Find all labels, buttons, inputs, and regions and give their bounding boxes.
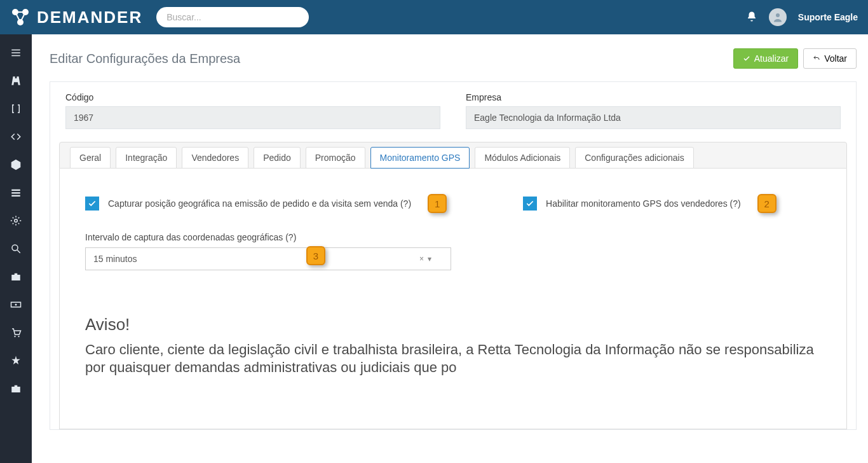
- sidebar-item-road[interactable]: [0, 67, 32, 94]
- sidebar-item-brackets[interactable]: [0, 95, 32, 122]
- bell-icon[interactable]: [746, 11, 757, 24]
- tab-monitoramento-gps[interactable]: Monitoramento GPS: [370, 147, 470, 169]
- avatar[interactable]: [769, 8, 787, 26]
- check-capture-position-label: Capturar posição geográfica na emissão d…: [108, 198, 411, 209]
- search-wrap: [156, 7, 309, 27]
- svg-point-8: [12, 245, 18, 251]
- sidebar-item-settings[interactable]: [0, 207, 32, 234]
- sidebar-item-package[interactable]: [0, 151, 32, 178]
- back-button-label: Voltar: [824, 53, 847, 64]
- sidebar-item-briefcase[interactable]: [0, 263, 32, 290]
- svg-rect-9: [11, 275, 20, 280]
- tab-content: Capturar posição geográfica na emissão d…: [59, 169, 847, 429]
- sidebar-item-search[interactable]: [0, 235, 32, 262]
- checkbox-enable-gps[interactable]: [523, 197, 537, 211]
- brand-text: DEMANDER: [37, 8, 142, 27]
- interval-group: Intervalo de captura das coordenadas geo…: [85, 232, 451, 270]
- sidebar-item-cart[interactable]: [0, 319, 32, 346]
- tab-geral[interactable]: Geral: [70, 147, 111, 169]
- interval-value: 15 minutos: [93, 254, 137, 264]
- svg-rect-6: [11, 195, 20, 197]
- svg-point-12: [14, 336, 15, 337]
- sidebar-item-list[interactable]: [0, 179, 32, 206]
- undo-icon: [813, 55, 820, 62]
- code-input: [65, 106, 440, 129]
- sidebar-item-briefcase2[interactable]: [0, 375, 32, 402]
- annotation-1: 1: [428, 194, 447, 213]
- page: Editar Configurações da Empresa Atualiza…: [32, 34, 868, 463]
- svg-point-7: [15, 219, 18, 223]
- sidebar-item-star[interactable]: [0, 347, 32, 374]
- check-capture-position: Capturar posição geográfica na emissão d…: [85, 194, 447, 213]
- page-header: Editar Configurações da Empresa Atualiza…: [50, 48, 857, 69]
- tab-pedido[interactable]: Pedido: [254, 147, 301, 169]
- back-button[interactable]: Voltar: [803, 48, 857, 69]
- update-button-label: Atualizar: [754, 53, 789, 64]
- brand-logo: DEMANDER: [10, 7, 142, 27]
- svg-rect-14: [11, 387, 20, 392]
- warning-body: Caro cliente, ciente da legislação civil…: [85, 341, 821, 376]
- clear-icon[interactable]: ×: [419, 254, 424, 263]
- check-enable-gps-label: Habilitar monitoramento GPS dos vendedor…: [546, 198, 741, 209]
- interval-label: Intervalo de captura das coordenadas geo…: [85, 232, 451, 242]
- checkbox-capture-position[interactable]: [85, 197, 99, 211]
- annotation-2: 2: [757, 194, 776, 213]
- search-input[interactable]: [156, 7, 309, 27]
- logo-icon: [10, 7, 31, 27]
- svg-rect-5: [11, 192, 20, 193]
- tab-integracao[interactable]: Integração: [116, 147, 177, 169]
- company-input: [466, 106, 841, 129]
- tab-modulos-adicionais[interactable]: Módulos Adicionais: [475, 147, 570, 169]
- tabs-row: Geral Integração Vendedores Pedido Promo…: [59, 142, 847, 169]
- check-icon: [526, 199, 534, 208]
- chevron-down-icon: ▾: [428, 254, 431, 263]
- interval-select[interactable]: 15 minutos × ▾: [85, 247, 451, 270]
- tab-configuracoes-adicionais[interactable]: Configurações adicionais: [575, 147, 693, 169]
- tab-promocao[interactable]: Promoção: [306, 147, 365, 169]
- page-title: Editar Configurações da Empresa: [50, 52, 240, 66]
- sidebar-menu-toggle[interactable]: [0, 39, 32, 66]
- check-enable-gps: Habilitar monitoramento GPS dos vendedor…: [523, 194, 776, 213]
- username[interactable]: Suporte Eagle: [798, 12, 858, 22]
- warning-title: Aviso!: [85, 315, 821, 335]
- company-label: Empresa: [466, 92, 841, 102]
- svg-rect-4: [11, 190, 20, 191]
- update-button[interactable]: Atualizar: [733, 48, 798, 69]
- svg-point-13: [18, 336, 19, 337]
- tab-vendedores[interactable]: Vendedores: [182, 147, 248, 169]
- warning-block: Aviso! Caro cliente, ciente da legislaçã…: [85, 315, 821, 376]
- svg-point-11: [15, 304, 17, 306]
- check-icon: [88, 199, 97, 208]
- topbar: DEMANDER Suporte Eagle: [0, 0, 868, 34]
- svg-point-3: [776, 13, 780, 17]
- annotation-3: 3: [306, 246, 325, 265]
- sidebar-item-cash[interactable]: [0, 291, 32, 318]
- sidebar-item-code[interactable]: [0, 123, 32, 150]
- main-card: Código Empresa Geral Integração Vendedor…: [50, 81, 857, 430]
- code-label: Código: [65, 92, 440, 102]
- check-icon: [743, 55, 750, 62]
- topbar-right: Suporte Eagle: [746, 8, 858, 26]
- sidebar: [0, 34, 32, 463]
